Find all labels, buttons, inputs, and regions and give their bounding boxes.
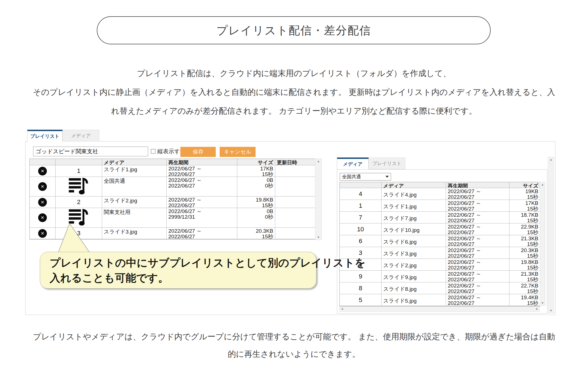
period-end: 2022/06/27 <box>448 206 507 211</box>
tab-playlist-right[interactable]: プレイリスト <box>369 157 405 169</box>
order-number: 7 <box>359 214 362 221</box>
order-number: 9 <box>359 273 362 280</box>
media-table-vscrollbar[interactable]: ▲ ▼ <box>540 182 545 306</box>
group-select[interactable]: 全国共通 <box>340 173 391 181</box>
size-bytes: 17KB <box>239 166 273 172</box>
period-start: 2022/06/27 ～ <box>448 236 507 241</box>
scroll-down-icon[interactable]: ▼ <box>549 308 553 313</box>
scroll-up-icon[interactable]: ▲ <box>540 182 545 187</box>
media-name-cell: スライド10.jpg <box>382 223 446 235</box>
updated-cell <box>275 228 315 239</box>
period-cell: 2022/06/27 ～2022/06/27 <box>167 228 237 239</box>
remove-x-icon[interactable]: ✕ <box>38 167 47 175</box>
media-name-cell: スライド2.jpg <box>382 259 446 270</box>
remove-x-icon[interactable]: ✕ <box>38 229 47 238</box>
media-name-cell: スライド8.jpg <box>382 282 446 294</box>
table-row: 6スライド6.jpg2022/06/27 ～2022/06/2721.3KB15… <box>340 235 540 247</box>
remove-x-icon[interactable]: ✕ <box>38 213 47 222</box>
size-bytes: 20.3KB <box>511 248 538 253</box>
size-bytes: 18.7KB <box>511 212 538 218</box>
playlist-table-header: メディア 再生期間 サイズ 更新日時 <box>30 159 315 165</box>
size-bytes: 0B <box>239 177 273 183</box>
size-cell: 20.3KB15秒 <box>509 247 540 259</box>
media-name: スライド5.jpg <box>383 297 444 305</box>
media-table-header: メディア 再生期間 サイズ <box>340 182 540 188</box>
size-cell: 22.9KB15秒 <box>509 223 540 235</box>
size-cell: 20.3KB15秒 <box>237 228 275 239</box>
period-start: 2022/06/27 ～ <box>448 259 507 265</box>
table-row: 9スライド9.jpg2022/06/27 ～2022/06/2721.3KB15… <box>340 271 540 282</box>
remove-x-icon[interactable]: ✕ <box>38 198 47 207</box>
scroll-down-icon[interactable]: ▼ <box>316 235 321 240</box>
size-cell: 19.8KB15秒 <box>237 197 275 208</box>
size-cell: 17KB15秒 <box>509 200 540 211</box>
cancel-button[interactable]: キャンセル <box>220 147 256 157</box>
order-number: 8 <box>359 285 362 292</box>
header-cell-media: メディア <box>382 182 446 188</box>
header-cell <box>340 182 382 188</box>
header-cell-media: メディア <box>102 159 167 165</box>
size-duration: 15秒 <box>511 300 538 306</box>
period-cell: 2022/06/27 ～2022/06/27 <box>446 259 509 270</box>
media-table-body: 4スライド4.jpg2022/06/27 ～2022/06/2719KB15秒1… <box>340 188 540 306</box>
page-title: プレイリスト配信・差分配信 <box>216 23 371 38</box>
order-number: 3 <box>359 249 362 257</box>
media-name-cell: スライド6.jpg <box>382 235 446 247</box>
period-end: 2022/06/27 <box>448 300 507 306</box>
scroll-left-icon[interactable]: ◄ <box>340 307 344 311</box>
period-cell: 2022/06/27 ～2022/06/27 <box>167 197 237 208</box>
order-cell: 1 <box>56 165 102 177</box>
media-panel-scrollbar[interactable]: ▲ ▼ <box>548 157 554 313</box>
scroll-up-icon[interactable]: ▲ <box>316 159 321 164</box>
media-name: スライド6.jpg <box>383 238 444 246</box>
order-number: 6 <box>359 237 362 245</box>
period-cell: 2022/06/27 ～2022/06/27 <box>167 165 237 177</box>
scroll-down-icon[interactable]: ▼ <box>540 301 545 305</box>
tab-media-left[interactable]: メディア <box>63 130 99 141</box>
table-row: 1スライド1.jpg2022/06/27 ～2022/06/2717KB15秒 <box>340 200 540 212</box>
order-cell: 9 <box>340 271 382 282</box>
order-cell: 4 <box>340 188 382 200</box>
period-start: 2022/06/27 ～ <box>448 248 507 253</box>
period-cell: 2022/06/27 ～2022/06/27 <box>446 294 509 306</box>
header-cell-size: サイズ <box>509 182 540 188</box>
header-cell-period: 再生期間 <box>167 159 237 165</box>
save-button[interactable]: 保存 <box>180 147 216 157</box>
page-title-pill: プレイリスト配信・差分配信 <box>97 16 491 44</box>
playlist-name-input[interactable] <box>33 147 148 156</box>
playlist-note-icon <box>69 177 89 195</box>
size-duration: 15秒 <box>511 289 538 294</box>
size-bytes: 19.8KB <box>239 197 273 203</box>
size-duration: 15秒 <box>239 172 273 177</box>
scroll-right-icon[interactable]: ► <box>535 307 539 311</box>
media-table-hscrollbar[interactable]: ◄ ► <box>339 306 540 312</box>
scroll-up-icon[interactable]: ▲ <box>549 157 553 162</box>
table-row: ✕2スライド2.jpg2022/06/27 ～2022/06/2719.8KB1… <box>30 197 315 208</box>
period-start: 2022/06/27 ～ <box>448 295 507 300</box>
size-cell: 22.7KB15秒 <box>509 282 540 294</box>
period-start: 2022/06/27 ～ <box>448 224 507 230</box>
tab-playlist-left[interactable]: プレイリスト <box>27 130 63 141</box>
order-number: 4 <box>359 190 362 198</box>
callout-bubble: プレイリストの中にサブプレイリストとして別のプレイリストを 入れることも可能です… <box>40 252 316 289</box>
media-name-cell: スライド1.jpg <box>102 165 167 177</box>
media-name-cell: スライド3.jpg <box>102 228 167 239</box>
table-row: 5スライド5.jpg2022/06/27 ～2022/06/2719.4KB15… <box>340 294 540 306</box>
media-name-cell: スライド1.jpg <box>382 200 446 211</box>
size-cell: 21.3KB15秒 <box>509 235 540 247</box>
period-end: 2022/06/27 <box>168 234 235 239</box>
remove-x-icon[interactable]: ✕ <box>38 182 47 191</box>
footer-line: プレイリストやメディアは、クラウド内でグループに分けて管理することが可能です。 … <box>0 328 588 345</box>
size-bytes: 20.3KB <box>239 228 273 234</box>
screenshot-panel: プレイリスト メディア 縦表示する 保存 キャンセル メディア 再生期間 サイズ… <box>25 141 555 315</box>
updated-cell <box>275 177 315 196</box>
tab-media-right[interactable]: メディア <box>337 157 369 169</box>
cancel-button-label: キャンセル <box>224 148 251 156</box>
vertical-display-checkbox[interactable] <box>151 149 155 154</box>
playlist-table-scrollbar[interactable]: ▲ ▼ <box>315 159 322 240</box>
period-end: 2022/06/27 <box>448 253 507 259</box>
table-row: 7スライド7.jpg2022/06/27 ～2022/06/2718.7KB15… <box>340 212 540 223</box>
order-cell: 6 <box>340 235 382 247</box>
tab-label: メディア <box>343 161 363 167</box>
footer-paragraph: プレイリストやメディアは、クラウド内でグループに分けて管理することが可能です。 … <box>0 328 588 363</box>
